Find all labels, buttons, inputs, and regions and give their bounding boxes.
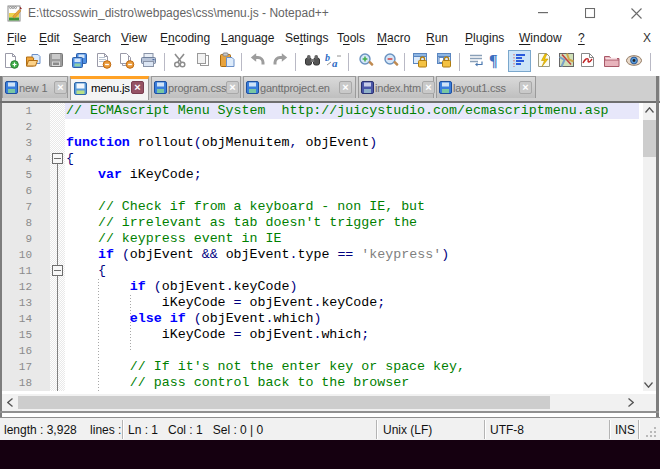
svg-text:b: b [325,52,330,63]
svg-text:¶: ¶ [489,52,498,69]
svg-text:a: a [332,57,338,69]
